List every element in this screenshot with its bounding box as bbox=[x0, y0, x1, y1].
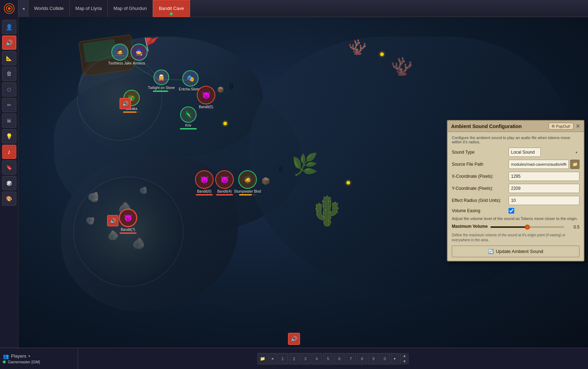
sound-type-select-wrapper: Local Sound Global Sound Playlist Sound … bbox=[509, 148, 579, 157]
file-browse-button[interactable]: 📁 bbox=[570, 160, 579, 169]
sidebar-btn-trash[interactable]: 🗑 bbox=[2, 67, 16, 81]
page-3[interactable]: 3 bbox=[300, 353, 311, 364]
barrel1: 🛢 bbox=[228, 83, 235, 91]
volume-easing-checkbox-wrapper bbox=[509, 208, 514, 214]
tree2: 🪸 bbox=[391, 56, 413, 77]
update-icon: 🔄 bbox=[488, 249, 494, 254]
player-gamemaster: Gamemaster [GM] bbox=[3, 360, 75, 364]
sidebar-btn-journal[interactable]: 🔖 bbox=[2, 160, 16, 175]
page-folder-button[interactable]: 📁 bbox=[257, 353, 267, 364]
sidebar-btn-actors[interactable]: 👤 bbox=[2, 20, 16, 34]
dead-tree: 🌵 bbox=[309, 194, 345, 228]
tab-map-ghurdun[interactable]: Map of Ghurdun bbox=[108, 0, 153, 17]
volume-easing-desc: Adjust the volume level of the sound as … bbox=[452, 216, 579, 221]
volume-easing-checkbox[interactable] bbox=[509, 208, 514, 214]
panel-description: Configure the ambient sound to play an a… bbox=[452, 136, 579, 144]
y-coord-row: Y-Coordinate (Pixels): bbox=[452, 184, 579, 193]
page-7[interactable]: 7 bbox=[345, 353, 356, 364]
effect-radius-input[interactable] bbox=[509, 196, 579, 205]
page-1[interactable]: 1 bbox=[277, 353, 288, 364]
token-stumpwater[interactable]: 🧔 Stumpwater Blod bbox=[234, 170, 261, 195]
marker1 bbox=[380, 53, 384, 56]
volume-easing-row: Volume Easing bbox=[452, 208, 579, 214]
page-8[interactable]: 8 bbox=[357, 353, 367, 364]
players-section: 👥 Players ▾ Gamemaster [GM] bbox=[0, 348, 78, 369]
popout-icon: ⧉ bbox=[552, 124, 555, 128]
source-file-input[interactable] bbox=[509, 160, 569, 169]
token-kriv[interactable]: 🦎 Kriv bbox=[180, 106, 197, 130]
app-logo[interactable] bbox=[0, 0, 18, 17]
token-bandit7[interactable]: 👿 Bandit(7) bbox=[119, 209, 137, 234]
sidebar: 👤 🔊 📐 🗑 ⬡ ✏ 🏛 💡 ♪ 🔖 🎲 🎨 bbox=[0, 17, 18, 348]
close-button[interactable]: ✕ bbox=[576, 123, 580, 129]
volume-thumb[interactable] bbox=[525, 225, 530, 230]
svg-point-2 bbox=[8, 7, 11, 10]
sidebar-btn-rolls[interactable]: 🎲 bbox=[2, 176, 16, 190]
y-coord-label: Y-Coordinate (Pixels): bbox=[452, 186, 509, 191]
sidebar-btn-draw[interactable]: ✏ bbox=[2, 98, 16, 112]
sound-type-select[interactable]: Local Sound Global Sound Playlist Sound bbox=[509, 148, 541, 157]
ambient-panel-body: Configure the ambient sound to play an a… bbox=[448, 132, 584, 261]
panel-title: Ambient Sound Configuration bbox=[451, 123, 522, 129]
max-volume-label: Maximum Volume bbox=[452, 224, 488, 229]
max-volume-section: Maximum Volume 0.5 Define the maximum vo… bbox=[452, 224, 579, 243]
scroll-down-button[interactable]: ▼ bbox=[400, 359, 409, 364]
sidebar-btn-lighting[interactable]: 💡 bbox=[2, 129, 16, 143]
volume-fill bbox=[490, 226, 527, 228]
sidebar-btn-shapes[interactable]: ⬡ bbox=[2, 82, 16, 97]
page-6[interactable]: 6 bbox=[334, 353, 345, 364]
sidebar-btn-audio[interactable]: 🔊 bbox=[2, 35, 16, 50]
tab-bandit-cave[interactable]: Bandit Cave bbox=[153, 0, 190, 17]
page-0[interactable]: 0 bbox=[379, 353, 390, 364]
sidebar-btn-settings[interactable]: 🎨 bbox=[2, 192, 16, 206]
page-4[interactable]: 4 bbox=[311, 353, 322, 364]
effect-radius-row: Effect Radius (Grid Units): bbox=[452, 196, 579, 205]
token-bandit5[interactable]: 👿 Bandit(5) bbox=[197, 86, 215, 109]
tab-worlds-collide[interactable]: Worlds Collide bbox=[28, 0, 70, 17]
page-5[interactable]: 5 bbox=[323, 353, 333, 364]
page-prev-button[interactable]: ◂ bbox=[268, 353, 277, 364]
bottom-sound-button[interactable]: 🔊 bbox=[288, 333, 300, 345]
player-online-indicator bbox=[3, 360, 6, 363]
page-2[interactable]: 2 bbox=[289, 353, 299, 364]
tab-map-llyria[interactable]: Map of Llyria bbox=[70, 0, 108, 17]
popout-button[interactable]: ⧉ PopOut! bbox=[549, 123, 573, 130]
active-tab-indicator bbox=[170, 12, 173, 15]
sound-emitter-1[interactable]: 🔊 bbox=[120, 98, 131, 109]
select-arrow-icon: ▾ bbox=[576, 150, 577, 154]
sound-emitter-2[interactable]: 🔊 bbox=[107, 215, 118, 226]
effect-radius-label: Effect Radius (Grid Units): bbox=[452, 198, 509, 203]
marker2 bbox=[223, 122, 227, 125]
scroll-up-button[interactable]: ▲ bbox=[400, 353, 409, 359]
x-coord-input[interactable] bbox=[509, 172, 579, 181]
barrel2: 🛢 bbox=[277, 166, 284, 174]
x-coord-label: X-Coordinate (Pixels): bbox=[452, 174, 509, 179]
token-bandit4[interactable]: 👿 Bandit(4) bbox=[215, 170, 234, 195]
sidebar-btn-music[interactable]: ♪ bbox=[2, 145, 16, 159]
update-ambient-sound-button[interactable]: 🔄 Update Ambient Sound bbox=[452, 246, 579, 257]
y-coord-input[interactable] bbox=[509, 184, 579, 193]
stone6: 🪨 bbox=[132, 236, 146, 250]
bottombar: 👥 Players ▾ Gamemaster [GM] 📁 ◂ 1 2 3 4 … bbox=[0, 348, 588, 369]
page-9[interactable]: 9 bbox=[368, 353, 379, 364]
source-file-label: Source File Path bbox=[452, 162, 509, 167]
token-twilight[interactable]: 🧝 Twilight on Stone bbox=[148, 70, 175, 92]
max-volume-desc: Define the maximum volume of the sound a… bbox=[452, 233, 579, 243]
ambient-panel-header: Ambient Sound Configuration ⧉ PopOut! ✕ bbox=[448, 121, 584, 132]
max-volume-value: 0.5 bbox=[567, 225, 579, 230]
players-header[interactable]: 👥 Players ▾ bbox=[3, 353, 75, 359]
collapse-button[interactable]: ◂ bbox=[18, 0, 28, 17]
volume-track bbox=[490, 226, 564, 228]
token-toothless-jake[interactable]: 🧔 Toothless Jake bbox=[108, 44, 132, 65]
token-aimless[interactable]: 🧙 Aimless bbox=[131, 44, 148, 65]
token-bandit6[interactable]: 👿 Bandit(6) bbox=[195, 170, 213, 195]
max-volume-row: Maximum Volume 0.5 bbox=[452, 224, 579, 231]
sidebar-btn-ruler[interactable]: 📐 bbox=[2, 51, 16, 65]
tree3: 🌿 bbox=[292, 152, 318, 177]
page-next-button[interactable]: ▸ bbox=[391, 353, 399, 364]
panel-header-buttons: ⧉ PopOut! ✕ bbox=[549, 123, 580, 130]
x-coord-row: X-Coordinate (Pixels): bbox=[452, 172, 579, 181]
sound-type-label: Sound Type bbox=[452, 150, 509, 155]
sidebar-btn-scenes[interactable]: 🏛 bbox=[2, 114, 16, 128]
tree1: 🪸 bbox=[348, 38, 367, 56]
